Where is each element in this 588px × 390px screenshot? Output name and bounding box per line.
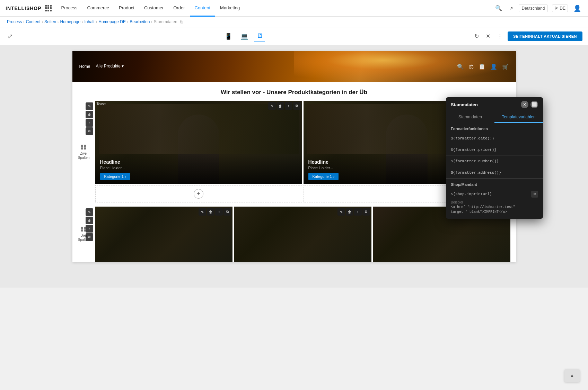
tc2-copy-btn[interactable]: ⧉ xyxy=(362,208,370,216)
breadcrumb: Process › Content › Seiten › Homepage › … xyxy=(0,17,588,27)
nav-item-product[interactable]: Product xyxy=(114,0,139,17)
popup-move-handle[interactable]: ⬜ xyxy=(530,101,538,108)
tc2-edit-btn[interactable]: ✎ xyxy=(337,208,345,216)
cart-hero-icon[interactable]: 🛒 xyxy=(502,63,509,70)
lang-code[interactable]: 🏳 DE xyxy=(552,4,568,12)
toolbar-right: ↻ ✕ ⋮ SEITENINHALT AKTUALISIEREN xyxy=(472,31,582,42)
hero-section: Home Alle Produkte ▾ 🔍 ⚖ 📋 👤 🛒 xyxy=(72,51,516,82)
tc2-move-btn[interactable]: ↕ xyxy=(354,208,362,216)
breadcrumb-seiten[interactable]: Seiten xyxy=(44,19,56,24)
desktop-view-button[interactable]: 🖥 xyxy=(254,30,265,42)
section-edit-button[interactable]: ✎ xyxy=(86,102,93,110)
resize-icon-button[interactable]: ⤢ xyxy=(6,30,15,42)
breadcrumb-sep-6: › xyxy=(127,20,128,24)
app-logo: INTELLISHOP xyxy=(6,6,42,11)
top-navigation: INTELLISHOP Process Commerce Product Cus… xyxy=(0,0,588,17)
col1-item-toolbar: ✎ 🗑 ↕ ⧉ xyxy=(268,102,301,110)
tc1-edit-btn[interactable]: ✎ xyxy=(199,208,206,216)
arrow-icon: › xyxy=(125,174,126,179)
section-copy-button[interactable]: ⧉ xyxy=(86,127,93,135)
nav-item-order[interactable]: Order xyxy=(168,0,190,17)
popup-example-code: <a href="http://is8master.test" target="… xyxy=(451,205,538,215)
col2-kategorie-button[interactable]: Kategorie 1 › xyxy=(308,173,339,180)
tc1-copy-btn[interactable]: ⧉ xyxy=(223,208,231,216)
copy-breadcrumb-button[interactable]: ⎘ xyxy=(180,19,183,24)
formatter-number-code: ${formatter.number()} xyxy=(451,159,499,163)
col1-add-button[interactable]: + xyxy=(194,189,203,199)
hero-nav: Home Alle Produkte ▾ xyxy=(79,64,124,69)
col1-tease-label: Tease xyxy=(97,102,106,106)
breadcrumb-homepage-de[interactable]: Homepage DE xyxy=(98,19,126,24)
clipboard-hero-icon[interactable]: 📋 xyxy=(479,63,485,70)
template-variables-popup: Stammdaten ✕ ⬜ Stammdaten Templatevariab… xyxy=(446,97,543,219)
tc2-delete-btn[interactable]: 🗑 xyxy=(346,208,353,216)
tc1-move-btn[interactable]: ↕ xyxy=(215,208,223,216)
flag-icon: 🏳 xyxy=(554,6,559,11)
share-button[interactable]: ↗ xyxy=(508,4,515,12)
three-delete-button[interactable]: 🗑 xyxy=(86,217,93,224)
nav-item-process[interactable]: Process xyxy=(56,0,82,17)
hero-products-link[interactable]: Alle Produkte ▾ xyxy=(96,64,124,69)
popup-tab-templatevariablen[interactable]: Templatevariablen xyxy=(494,112,543,123)
search-button[interactable]: 🔍 xyxy=(494,3,503,13)
formatter-date-code: ${formatter.date()} xyxy=(451,136,494,140)
popup-example: Beispiel <a href="http://is8master.test"… xyxy=(446,199,543,219)
language-label: Deutschland xyxy=(522,6,545,11)
breadcrumb-process[interactable]: Process xyxy=(7,19,22,24)
toolbar-center: 📱 💻 🖥 xyxy=(15,30,472,42)
popup-shop-title: Shop/Mandant xyxy=(446,179,543,189)
nav-item-commerce[interactable]: Commerce xyxy=(82,0,114,17)
shop-imprint-code: ${shop.imprintUrl} xyxy=(451,192,492,196)
tablet-view-button[interactable]: 💻 xyxy=(238,30,250,42)
col1-edit-btn[interactable]: ✎ xyxy=(268,102,276,110)
three-move-button[interactable]: ↑ xyxy=(86,225,93,233)
nav-item-content[interactable]: Content xyxy=(190,0,216,17)
mobile-view-button[interactable]: 📱 xyxy=(222,30,234,42)
popup-close-button[interactable]: ✕ xyxy=(521,101,528,108)
popup-formatter-date-item: ${formatter.date()} xyxy=(446,133,543,144)
hero-home-link[interactable]: Home xyxy=(79,64,90,69)
profile-hero-icon[interactable]: 👤 xyxy=(490,63,497,70)
tc1-delete-btn[interactable]: 🗑 xyxy=(207,208,214,216)
col1-add-row: + xyxy=(95,185,302,202)
copy-shop-imprint-button[interactable]: ⧉ xyxy=(531,191,538,198)
breadcrumb-content[interactable]: Content xyxy=(26,19,41,24)
col1-kategorie-button[interactable]: Kategorie 1 › xyxy=(100,173,131,180)
breadcrumb-sep-4: › xyxy=(82,20,83,24)
nav-right: 🔍 ↗ Deutschland 🏳 DE 👤 xyxy=(494,3,582,13)
breadcrumb-sep-2: › xyxy=(42,20,43,24)
col2-arrow-icon: › xyxy=(333,174,335,179)
nav-item-customer[interactable]: Customer xyxy=(139,0,168,17)
two-column-label: ZweiSpalten xyxy=(78,145,90,160)
section-title: Wir stellen vor - Unsere Produktkategori… xyxy=(78,89,510,96)
popup-formatter-price-item: ${formatter.price()} xyxy=(446,144,543,156)
col1-move-btn[interactable]: ↕ xyxy=(285,102,292,110)
popup-shop-section: Shop/Mandant ${shop.imprintUrl} ⧉ Beispi… xyxy=(446,179,543,219)
language-selector[interactable]: Deutschland xyxy=(519,4,548,12)
section-move-up-button[interactable]: ↑ xyxy=(86,119,93,127)
breadcrumb-inhalt[interactable]: Inhalt xyxy=(85,19,95,24)
formatter-address-code: ${formatter.address()} xyxy=(451,171,501,175)
two-column-text: ZweiSpalten xyxy=(78,152,90,160)
close-editor-button[interactable]: ✕ xyxy=(484,31,492,42)
col1-headline: Headline xyxy=(100,159,297,165)
three-copy-button[interactable]: ⧉ xyxy=(86,233,93,241)
section-delete-button[interactable]: 🗑 xyxy=(86,111,93,118)
breadcrumb-homepage[interactable]: Homepage xyxy=(60,19,80,24)
update-page-button[interactable]: SEITENINHALT AKTUALISIEREN xyxy=(508,31,582,41)
popup-formatter-number-item: ${formatter.number()} xyxy=(446,156,543,167)
scale-hero-icon[interactable]: ⚖ xyxy=(469,63,474,70)
user-profile-button[interactable]: 👤 xyxy=(572,3,582,13)
three-col-1-card: ✎ 🗑 ↕ ⧉ xyxy=(95,207,233,262)
three-edit-button[interactable]: ✎ xyxy=(86,208,93,216)
col1-delete-btn[interactable]: 🗑 xyxy=(277,102,284,110)
col1-copy-btn[interactable]: ⧉ xyxy=(293,102,301,110)
column-1-card: Headline Place Holder... Kategorie 1 › ✎ xyxy=(95,101,302,184)
section-left-toolbar: ✎ 🗑 ↑ ⧉ xyxy=(86,102,93,135)
search-hero-icon[interactable]: 🔍 xyxy=(457,63,464,70)
popup-tab-stammdaten[interactable]: Stammdaten xyxy=(446,112,494,123)
more-options-button[interactable]: ⋮ xyxy=(495,31,505,42)
breadcrumb-bearbeiten[interactable]: Bearbeiten xyxy=(130,19,150,24)
refresh-button[interactable]: ↻ xyxy=(472,31,481,42)
nav-item-marketing[interactable]: Marketing xyxy=(215,0,245,17)
